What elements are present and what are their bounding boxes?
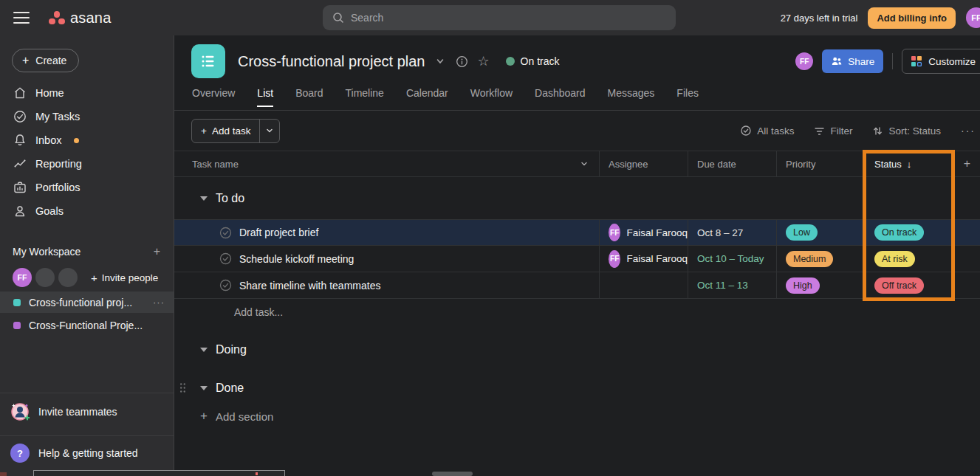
task-row-share-timeline-with-teammates[interactable]: Share timeline with teammates Oct 11 – 1…: [174, 272, 980, 299]
section-title[interactable]: Done: [216, 382, 244, 395]
due-date-cell[interactable]: Oct 10 – Today: [688, 246, 776, 272]
bell-icon: [13, 133, 27, 148]
drag-handle-icon[interactable]: [179, 382, 186, 393]
task-name[interactable]: Schedule kickoff meeting: [239, 253, 354, 265]
task-row-draft-project-brief[interactable]: Draft project brief FF Faisal Farooq Oct…: [174, 219, 980, 246]
help-button[interactable]: ? Help & getting started: [0, 437, 174, 469]
page-title: Cross-functional project plan: [238, 53, 425, 70]
share-button[interactable]: Share: [822, 49, 883, 73]
add-section-button[interactable]: + Add section: [200, 409, 980, 424]
filter-button[interactable]: Filter: [814, 125, 852, 137]
all-tasks-filter[interactable]: All tasks: [740, 125, 794, 137]
help-icon: ?: [10, 444, 30, 463]
tab-workflow[interactable]: Workflow: [470, 87, 513, 107]
status-dot: [506, 57, 515, 66]
tab-files[interactable]: Files: [676, 87, 699, 107]
sidebar-item-reporting[interactable]: Reporting: [0, 152, 174, 176]
due-date-cell[interactable]: Oct 11 – 13: [688, 272, 776, 298]
horizontal-scrollbar[interactable]: [33, 470, 285, 476]
plus-icon: +: [200, 409, 208, 424]
priority-cell[interactable]: High: [776, 272, 865, 298]
tab-list[interactable]: List: [257, 87, 273, 107]
status-cell[interactable]: On track: [865, 220, 953, 245]
add-billing-info-button[interactable]: Add billing info: [868, 7, 956, 29]
title-chevron-down-icon[interactable]: [435, 56, 445, 66]
tab-dashboard[interactable]: Dashboard: [535, 87, 586, 107]
column-task-name[interactable]: Task name: [174, 151, 599, 176]
tab-overview[interactable]: Overview: [192, 87, 235, 107]
user-avatar[interactable]: FF: [966, 7, 980, 28]
tab-timeline[interactable]: Timeline: [346, 87, 384, 107]
project-more-icon[interactable]: ···: [153, 297, 165, 308]
add-column-button[interactable]: +: [953, 151, 980, 176]
assignee-cell[interactable]: FF Faisal Farooq: [599, 246, 688, 272]
task-row-schedule-kickoff-meeting[interactable]: Schedule kickoff meeting FF Faisal Faroo…: [174, 246, 980, 272]
column-priority[interactable]: Priority: [776, 151, 865, 176]
assignee-cell[interactable]: FF Faisal Farooq: [599, 220, 688, 245]
column-assignee[interactable]: Assignee: [599, 151, 688, 176]
status-pill: On track: [874, 224, 924, 241]
column-due-date[interactable]: Due date: [688, 151, 776, 176]
section-doing[interactable]: Doing: [174, 338, 980, 361]
info-icon[interactable]: [456, 55, 468, 68]
scrollbar-corner: [0, 472, 7, 476]
sort-button[interactable]: Sort: Status: [872, 125, 941, 137]
sort-descending-icon: ↓: [907, 159, 912, 170]
add-task-button[interactable]: + Add task: [191, 119, 280, 143]
trial-countdown: 27 days left in trial: [781, 13, 858, 24]
add-project-icon[interactable]: +: [154, 245, 160, 258]
complete-task-icon[interactable]: [219, 252, 232, 265]
topbar-right: 27 days left in trial Add billing info F…: [781, 0, 980, 35]
tab-board[interactable]: Board: [295, 87, 323, 107]
status-cell[interactable]: At risk: [865, 246, 953, 272]
favorite-star-icon[interactable]: ☆: [477, 53, 489, 69]
sidebar-project-cross-functional[interactable]: Cross-functional proj... ···: [0, 292, 174, 313]
add-task-inline[interactable]: Add task...: [174, 299, 980, 325]
sidebar-toggle-icon[interactable]: [13, 12, 30, 24]
complete-task-icon[interactable]: [219, 227, 232, 239]
collaborator-avatar[interactable]: FF: [795, 52, 813, 70]
invite-teammates-button[interactable]: Invite teammates: [0, 396, 174, 428]
tab-calendar[interactable]: Calendar: [406, 87, 448, 107]
tab-messages[interactable]: Messages: [608, 87, 655, 107]
project-status[interactable]: On track: [506, 55, 560, 67]
workspace-header[interactable]: My Workspace +: [0, 241, 174, 263]
priority-cell[interactable]: Low: [776, 220, 865, 245]
invite-people-button[interactable]: + Invite people: [91, 272, 158, 284]
collapse-triangle-icon[interactable]: [200, 386, 208, 390]
task-name[interactable]: Share timeline with teammates: [239, 280, 380, 292]
due-date-cell[interactable]: Oct 8 – 27: [688, 220, 776, 245]
more-options-icon[interactable]: ···: [961, 125, 976, 137]
assignee-cell[interactable]: [599, 272, 688, 298]
sidebar-item-goals[interactable]: Goals: [0, 199, 174, 223]
collapse-triangle-icon[interactable]: [200, 348, 208, 352]
asana-logo[interactable]: asana: [49, 10, 112, 27]
status-cell[interactable]: Off track: [865, 272, 953, 298]
member-avatar[interactable]: FF: [13, 268, 32, 287]
plus-icon: +: [201, 125, 207, 137]
project-icon[interactable]: [191, 44, 225, 78]
search-input[interactable]: Search: [323, 5, 676, 30]
sidebar-project-cross-functional-2[interactable]: Cross-Functional Proje...: [0, 314, 174, 336]
task-name[interactable]: Draft project brief: [239, 227, 318, 238]
section-title[interactable]: To do: [216, 192, 244, 205]
customize-button[interactable]: Customize: [902, 49, 980, 74]
sort-arrows-icon: [872, 125, 883, 137]
sidebar-item-my-tasks[interactable]: My Tasks: [0, 105, 174, 128]
divider: [892, 53, 893, 69]
chevron-down-icon[interactable]: [580, 159, 589, 168]
collapse-triangle-icon[interactable]: [200, 196, 208, 201]
sidebar-item-portfolios[interactable]: Portfolios: [0, 176, 174, 199]
horizontal-scrollbar-thumb[interactable]: [432, 472, 473, 476]
sidebar-item-inbox[interactable]: Inbox: [0, 128, 174, 152]
sidebar-item-home[interactable]: Home: [0, 81, 174, 105]
priority-cell[interactable]: Medium: [776, 246, 865, 272]
section-done[interactable]: Done: [174, 376, 980, 399]
complete-task-icon[interactable]: [219, 279, 232, 292]
create-button[interactable]: + Create: [12, 49, 79, 72]
add-task-dropdown-icon[interactable]: [259, 120, 279, 142]
portfolio-icon: [13, 180, 27, 195]
list-glyph-icon: [200, 53, 216, 69]
column-status[interactable]: Status ↓: [865, 151, 953, 176]
section-title[interactable]: Doing: [216, 343, 247, 356]
